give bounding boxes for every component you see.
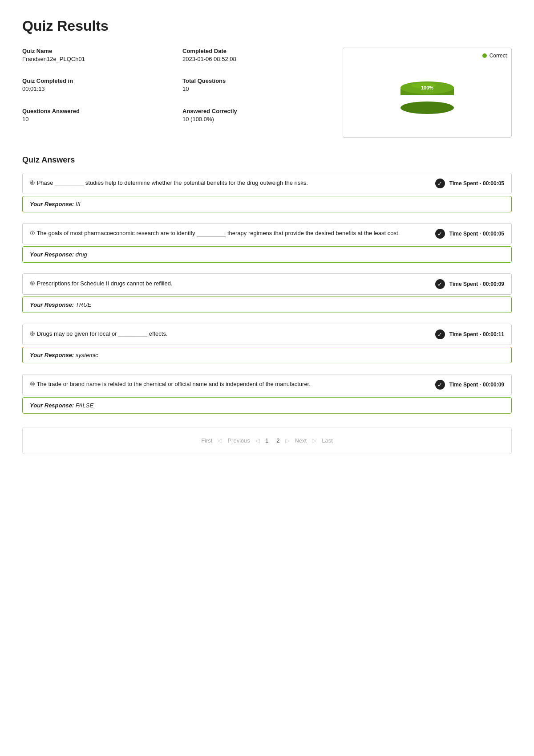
answers-section-title: Quiz Answers bbox=[22, 155, 512, 165]
page-title: Quiz Results bbox=[22, 18, 512, 34]
question-meta-5: ✓ Time Spent - 00:00:09 bbox=[435, 380, 504, 390]
question-block-2: ⑦ The goals of most pharmacoeconomic res… bbox=[22, 223, 512, 263]
completed-in-value: 00:01:13 bbox=[22, 85, 165, 92]
correct-icon-2: ✓ bbox=[435, 229, 445, 239]
quiz-name-group: Quiz Name Frandsen12e_PLQCh01 bbox=[22, 48, 165, 69]
response-row-1: Your Response: III bbox=[22, 196, 512, 212]
question-text-1: ⑥ Phase _________ studies help to determ… bbox=[30, 179, 426, 187]
first-button[interactable]: First bbox=[198, 435, 215, 446]
response-value-4: systemic bbox=[76, 352, 98, 358]
response-label-4: Your Response: bbox=[30, 352, 74, 358]
svg-point-0 bbox=[400, 102, 454, 114]
correct-icon-4: ✓ bbox=[435, 329, 445, 339]
question-text-4: ⑨ Drugs may be given for local or ______… bbox=[30, 329, 426, 338]
summary-fields: Quiz Name Frandsen12e_PLQCh01 Completed … bbox=[22, 48, 325, 138]
pagination: First ◁ Previous ◁ 1 2 ▷ Next ▷ Last bbox=[22, 427, 512, 454]
response-label-3: Your Response: bbox=[30, 301, 74, 308]
summary-section: Quiz Name Frandsen12e_PLQCh01 Completed … bbox=[22, 48, 512, 138]
question-meta-1: ✓ Time Spent - 00:00:05 bbox=[435, 179, 504, 188]
time-spent-4: Time Spent - 00:00:11 bbox=[449, 331, 504, 337]
pie-chart: 100% bbox=[392, 63, 463, 122]
completed-date-label: Completed Date bbox=[182, 48, 325, 54]
question-number-5: ⑩ bbox=[30, 381, 36, 387]
response-value-5: FALSE bbox=[76, 402, 93, 409]
response-row-2: Your Response: drug bbox=[22, 246, 512, 263]
question-row-4: ⑨ Drugs may be given for local or ______… bbox=[22, 324, 512, 345]
question-meta-2: ✓ Time Spent - 00:00:05 bbox=[435, 229, 504, 239]
time-spent-5: Time Spent - 00:00:09 bbox=[449, 382, 504, 388]
completed-date-group: Completed Date 2023-01-06 08:52:08 bbox=[182, 48, 325, 69]
question-text-3: ⑧ Prescriptions for Schedule II drugs ca… bbox=[30, 279, 426, 288]
response-row-4: Your Response: systemic bbox=[22, 347, 512, 363]
chart-inner: 100% bbox=[352, 57, 502, 128]
question-block-4: ⑨ Drugs may be given for local or ______… bbox=[22, 324, 512, 363]
correct-icon-3: ✓ bbox=[435, 279, 445, 289]
question-number-4: ⑨ bbox=[30, 330, 37, 337]
next-button[interactable]: Next bbox=[292, 435, 310, 446]
question-number-2: ⑦ bbox=[30, 230, 36, 236]
last-button[interactable]: Last bbox=[319, 435, 336, 446]
total-questions-group: Total Questions 10 bbox=[182, 77, 325, 99]
time-spent-3: Time Spent - 00:00:09 bbox=[449, 281, 504, 287]
question-number-3: ⑧ bbox=[30, 280, 37, 287]
total-questions-label: Total Questions bbox=[182, 77, 325, 84]
page-2-button[interactable]: 2 bbox=[274, 435, 282, 446]
previous-button[interactable]: Previous bbox=[225, 435, 253, 446]
response-label-2: Your Response: bbox=[30, 251, 74, 258]
question-row-3: ⑧ Prescriptions for Schedule II drugs ca… bbox=[22, 273, 512, 295]
response-value-1: III bbox=[76, 201, 81, 207]
question-block-1: ⑥ Phase _________ studies help to determ… bbox=[22, 173, 512, 212]
questions-answered-value: 10 bbox=[22, 116, 165, 122]
question-meta-4: ✓ Time Spent - 00:00:11 bbox=[435, 329, 504, 339]
quiz-name-label: Quiz Name bbox=[22, 48, 165, 54]
questions-container: ⑥ Phase _________ studies help to determ… bbox=[22, 173, 512, 414]
correct-icon-5: ✓ bbox=[435, 380, 445, 390]
question-block-5: ⑩ The trade or brand name is related to … bbox=[22, 374, 512, 414]
response-row-3: Your Response: TRUE bbox=[22, 297, 512, 313]
chart-box: Correct 100% bbox=[343, 48, 512, 138]
correct-icon-1: ✓ bbox=[435, 179, 445, 188]
answered-correctly-value: 10 (100.0%) bbox=[182, 116, 325, 122]
completed-in-group: Quiz Completed in 00:01:13 bbox=[22, 77, 165, 99]
svg-text:100%: 100% bbox=[421, 85, 433, 90]
question-text-2: ⑦ The goals of most pharmacoeconomic res… bbox=[30, 229, 426, 238]
response-label-5: Your Response: bbox=[30, 402, 74, 409]
time-spent-2: Time Spent - 00:00:05 bbox=[449, 231, 504, 237]
total-questions-value: 10 bbox=[182, 85, 325, 92]
pie-svg: 100% bbox=[392, 63, 463, 121]
response-value-3: TRUE bbox=[76, 301, 91, 308]
completed-in-label: Quiz Completed in bbox=[22, 77, 165, 84]
time-spent-1: Time Spent - 00:00:05 bbox=[449, 180, 504, 187]
question-row-5: ⑩ The trade or brand name is related to … bbox=[22, 374, 512, 395]
response-value-2: drug bbox=[76, 251, 87, 258]
answered-correctly-group: Answered Correctly 10 (100.0%) bbox=[182, 108, 325, 130]
question-block-3: ⑧ Prescriptions for Schedule II drugs ca… bbox=[22, 273, 512, 313]
questions-answered-label: Questions Answered bbox=[22, 108, 165, 114]
questions-answered-group: Questions Answered 10 bbox=[22, 108, 165, 130]
question-row-2: ⑦ The goals of most pharmacoeconomic res… bbox=[22, 223, 512, 244]
completed-date-value: 2023-01-06 08:52:08 bbox=[182, 56, 325, 62]
response-row-5: Your Response: FALSE bbox=[22, 397, 512, 414]
response-label-1: Your Response: bbox=[30, 201, 74, 207]
question-meta-3: ✓ Time Spent - 00:00:09 bbox=[435, 279, 504, 289]
question-row-1: ⑥ Phase _________ studies help to determ… bbox=[22, 173, 512, 194]
page-1-button[interactable]: 1 bbox=[263, 435, 271, 446]
question-number-1: ⑥ bbox=[30, 179, 37, 186]
quiz-name-value: Frandsen12e_PLQCh01 bbox=[22, 56, 165, 62]
question-text-5: ⑩ The trade or brand name is related to … bbox=[30, 380, 426, 389]
answered-correctly-label: Answered Correctly bbox=[182, 108, 325, 114]
